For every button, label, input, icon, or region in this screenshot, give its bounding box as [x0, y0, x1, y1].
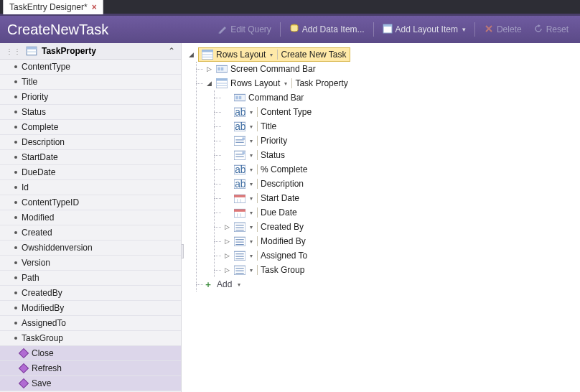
sidebar-method-item[interactable]: Save — [0, 376, 181, 391]
sidebar-item[interactable]: Complete — [0, 120, 181, 135]
tab-title: TaskEntry Designer* — [9, 2, 88, 12]
sidebar-method-item[interactable]: Refresh — [0, 361, 181, 376]
sidebar-item-label: CreatedBy — [22, 288, 62, 298]
chevron-down-icon[interactable]: ▾ — [248, 267, 254, 274]
expand-icon[interactable]: ▷ — [223, 266, 231, 274]
toolbar-separator — [373, 22, 374, 37]
chevron-down-icon[interactable]: ▾ — [248, 195, 254, 202]
bullet-icon — [14, 65, 17, 68]
bullet-icon — [14, 322, 17, 325]
sidebar-item[interactable]: Status — [0, 105, 181, 120]
tree-node-relation[interactable]: ▷▾Modified By — [222, 234, 576, 248]
tree-root-row[interactable]: ◢ Rows Layout ▾ Create New Task — [186, 47, 576, 62]
chevron-down-icon[interactable]: ▾ — [248, 167, 254, 173]
bullet-icon — [14, 231, 17, 234]
tree-node-field[interactable]: ▷▾Due Date — [222, 205, 576, 220]
tree-node-command-bar[interactable]: ▷Command Bar — [222, 90, 576, 105]
tree-node-field[interactable]: ▷▾Description — [222, 177, 576, 191]
tree-node-screen-command-bar[interactable]: ▷ Screen Command Bar — [204, 62, 576, 76]
chevron-down-icon[interactable]: ▾ — [248, 224, 254, 230]
chevron-down-icon[interactable]: ▾ — [248, 253, 254, 259]
bullet-icon — [14, 95, 17, 98]
text-field-icon — [234, 121, 245, 131]
collapse-icon[interactable]: ◢ — [205, 80, 213, 88]
expand-icon[interactable]: ▷ — [205, 65, 213, 73]
close-icon[interactable]: × — [92, 2, 97, 12]
chevron-up-icon[interactable]: ⌃ — [168, 46, 175, 56]
sidebar-item[interactable]: ContentTypeID — [0, 195, 181, 210]
chevron-down-icon[interactable]: ▾ — [248, 210, 254, 216]
chevron-down-icon[interactable]: ▾ — [283, 80, 289, 87]
sidebar-header[interactable]: ⋮⋮ TaskProperty ⌃ — [0, 43, 181, 60]
toolbar-separator — [280, 22, 281, 37]
database-icon — [289, 24, 299, 36]
bullet-icon — [14, 141, 17, 144]
text-field-icon — [234, 179, 245, 189]
chevron-down-icon[interactable]: ▾ — [248, 181, 254, 187]
reset-icon — [533, 24, 543, 36]
sidebar-item[interactable]: Version — [0, 256, 181, 271]
sidebar-item-label: Complete — [22, 122, 58, 132]
chevron-down-icon: ▾ — [462, 26, 466, 33]
sidebar-item[interactable]: DueDate — [0, 165, 181, 180]
expand-icon[interactable]: ▷ — [223, 223, 231, 231]
chevron-down-icon[interactable]: ▾ — [248, 138, 254, 144]
sidebar-item[interactable]: Owshiddenversion — [0, 241, 181, 256]
delete-button[interactable]: Delete — [480, 22, 526, 37]
tree-node-field[interactable]: ▷▾Content Type — [222, 105, 576, 119]
sidebar-item[interactable]: Path — [0, 271, 181, 286]
sidebar-item[interactable]: Title — [0, 75, 181, 90]
chevron-down-icon[interactable]: ▾ — [248, 109, 254, 116]
sidebar-item[interactable]: ModifiedBy — [0, 301, 181, 316]
tree-node-field[interactable]: ▷▾% Complete — [222, 162, 576, 177]
sidebar-item-label: ModifiedBy — [22, 303, 64, 313]
sidebar-item[interactable]: AssignedTo — [0, 316, 181, 331]
tree-node-field[interactable]: ▷▾Title — [222, 119, 576, 134]
designer-header: CreateNewTask Edit Query Add Data Item..… — [0, 16, 580, 43]
sidebar-item[interactable]: Created — [0, 225, 181, 241]
tree-node-field[interactable]: ▷▾Priority — [222, 134, 576, 148]
command-bar-icon — [216, 64, 228, 74]
sidebar-item[interactable]: Priority — [0, 90, 181, 105]
splitter-handle[interactable] — [182, 244, 184, 258]
layout-icon — [383, 24, 393, 36]
sidebar-item[interactable]: Id — [0, 180, 181, 195]
add-layout-item-button[interactable]: Add Layout Item ▾ — [378, 22, 470, 37]
tree-node-relation[interactable]: ▷▾Created By — [222, 220, 576, 234]
tab-taskentry-designer[interactable]: TaskEntry Designer* × — [3, 0, 103, 14]
expand-icon[interactable]: ▷ — [223, 252, 231, 260]
expand-icon[interactable]: ▷ — [223, 238, 231, 246]
sidebar-item-label: Status — [22, 107, 46, 117]
list-field-icon — [234, 150, 245, 160]
edit-query-button[interactable]: Edit Query — [213, 22, 276, 37]
sidebar-item[interactable]: CreatedBy — [0, 286, 181, 301]
grid-icon — [26, 46, 37, 56]
sidebar-item[interactable]: StartDate — [0, 150, 181, 165]
sidebar-item-label: Title — [22, 77, 37, 87]
tree-node-relation[interactable]: ▷▾Assigned To — [222, 248, 576, 263]
sidebar-list: ContentTypeTitlePriorityStatusCompleteDe… — [0, 60, 181, 392]
sidebar-item-label: ContentType — [22, 62, 70, 72]
collapse-icon[interactable]: ◢ — [187, 51, 195, 59]
relation-icon — [234, 251, 245, 261]
chevron-down-icon[interactable]: ▾ — [248, 123, 254, 130]
sidebar-item[interactable]: Description — [0, 135, 181, 150]
pencil-icon — [218, 24, 228, 36]
sidebar-item-label: StartDate — [22, 152, 58, 162]
chevron-down-icon[interactable]: ▾ — [268, 52, 274, 58]
sidebar-item[interactable]: TaskGroup — [0, 331, 181, 346]
reset-button[interactable]: Reset — [529, 22, 573, 37]
bullet-icon — [14, 307, 17, 309]
tree-node-field[interactable]: ▷▾Start Date — [222, 191, 576, 205]
tree-node-task-property[interactable]: ◢ Rows Layout ▾ Task Property — [204, 76, 576, 90]
chevron-down-icon[interactable]: ▾ — [248, 238, 254, 245]
sidebar-item[interactable]: ContentType — [0, 60, 181, 75]
sidebar-item[interactable]: Modified — [0, 210, 181, 225]
tree-node-field[interactable]: ▷▾Status — [222, 148, 576, 162]
drag-handle-icon[interactable]: ⋮⋮ — [6, 47, 22, 55]
add-data-item-button[interactable]: Add Data Item... — [285, 22, 369, 37]
add-node-button[interactable]: ＋ Add ▾ — [204, 277, 576, 291]
sidebar-method-item[interactable]: Close — [0, 346, 181, 361]
chevron-down-icon[interactable]: ▾ — [248, 152, 254, 159]
tree-node-relation[interactable]: ▷▾Task Group — [222, 263, 576, 277]
